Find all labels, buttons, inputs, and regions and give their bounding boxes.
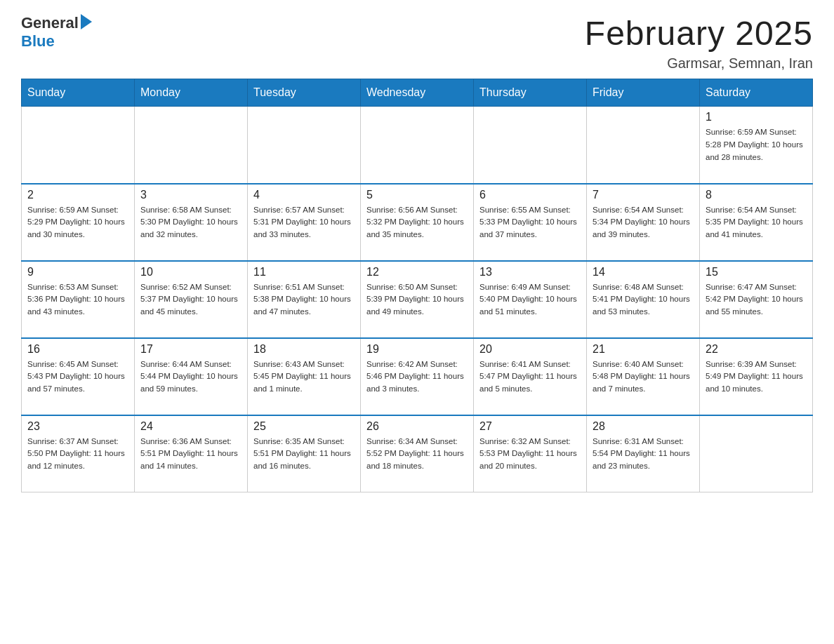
day-info: Sunrise: 6:48 AM Sunset: 5:41 PM Dayligh… [593, 281, 694, 318]
day-info: Sunrise: 6:49 AM Sunset: 5:40 PM Dayligh… [479, 281, 581, 318]
day-number: 6 [479, 189, 581, 201]
calendar-week-row: 16Sunrise: 6:45 AM Sunset: 5:43 PM Dayli… [22, 338, 813, 415]
calendar-day-cell: 24Sunrise: 6:36 AM Sunset: 5:51 PM Dayli… [135, 415, 248, 492]
day-number: 19 [366, 343, 468, 356]
day-header-monday: Monday [135, 79, 248, 107]
day-info: Sunrise: 6:34 AM Sunset: 5:52 PM Dayligh… [366, 436, 468, 473]
day-number: 7 [593, 189, 694, 201]
day-number: 1 [706, 111, 807, 123]
day-info: Sunrise: 6:52 AM Sunset: 5:37 PM Dayligh… [140, 281, 241, 318]
location: Garmsar, Semnan, Iran [585, 55, 813, 72]
day-info: Sunrise: 6:58 AM Sunset: 5:30 PM Dayligh… [140, 204, 241, 241]
day-header-saturday: Saturday [700, 79, 813, 107]
calendar-day-cell: 26Sunrise: 6:34 AM Sunset: 5:52 PM Dayli… [361, 415, 474, 492]
day-number: 22 [706, 343, 807, 356]
calendar-day-cell: 1Sunrise: 6:59 AM Sunset: 5:28 PM Daylig… [700, 107, 813, 184]
day-number: 23 [27, 420, 128, 433]
day-header-wednesday: Wednesday [361, 79, 474, 107]
calendar-day-cell: 4Sunrise: 6:57 AM Sunset: 5:31 PM Daylig… [248, 184, 361, 261]
day-info: Sunrise: 6:45 AM Sunset: 5:43 PM Dayligh… [27, 358, 128, 396]
day-header-sunday: Sunday [22, 79, 135, 107]
day-number: 25 [253, 420, 355, 433]
logo: General Blue [21, 14, 92, 51]
day-info: Sunrise: 6:43 AM Sunset: 5:45 PM Dayligh… [253, 358, 355, 396]
day-number: 27 [479, 420, 581, 433]
calendar-day-cell [587, 107, 700, 184]
month-title: February 2025 [585, 14, 813, 53]
calendar-table: SundayMondayTuesdayWednesdayThursdayFrid… [21, 79, 813, 492]
day-number: 28 [593, 420, 694, 433]
day-info: Sunrise: 6:32 AM Sunset: 5:53 PM Dayligh… [479, 436, 581, 473]
day-info: Sunrise: 6:47 AM Sunset: 5:42 PM Dayligh… [706, 281, 807, 318]
day-info: Sunrise: 6:39 AM Sunset: 5:49 PM Dayligh… [706, 358, 807, 396]
day-info: Sunrise: 6:41 AM Sunset: 5:47 PM Dayligh… [479, 358, 581, 396]
day-header-thursday: Thursday [474, 79, 587, 107]
calendar-day-cell: 3Sunrise: 6:58 AM Sunset: 5:30 PM Daylig… [135, 184, 248, 261]
calendar-day-cell: 19Sunrise: 6:42 AM Sunset: 5:46 PM Dayli… [361, 338, 474, 415]
calendar-day-cell [700, 415, 813, 492]
day-info: Sunrise: 6:40 AM Sunset: 5:48 PM Dayligh… [593, 358, 694, 396]
day-number: 20 [479, 343, 581, 356]
calendar-week-row: 2Sunrise: 6:59 AM Sunset: 5:29 PM Daylig… [22, 184, 813, 261]
day-info: Sunrise: 6:42 AM Sunset: 5:46 PM Dayligh… [366, 358, 468, 396]
logo-blue: Blue [21, 32, 55, 50]
calendar-day-cell: 23Sunrise: 6:37 AM Sunset: 5:50 PM Dayli… [22, 415, 135, 492]
calendar-day-cell [248, 107, 361, 184]
calendar-day-cell: 20Sunrise: 6:41 AM Sunset: 5:47 PM Dayli… [474, 338, 587, 415]
day-info: Sunrise: 6:54 AM Sunset: 5:34 PM Dayligh… [593, 204, 694, 241]
day-number: 3 [140, 189, 241, 201]
day-number: 14 [593, 266, 694, 279]
calendar-day-cell: 14Sunrise: 6:48 AM Sunset: 5:41 PM Dayli… [587, 261, 700, 338]
calendar-week-row: 1Sunrise: 6:59 AM Sunset: 5:28 PM Daylig… [22, 107, 813, 184]
day-number: 4 [253, 189, 355, 201]
day-info: Sunrise: 6:35 AM Sunset: 5:51 PM Dayligh… [253, 436, 355, 473]
day-header-tuesday: Tuesday [248, 79, 361, 107]
day-info: Sunrise: 6:55 AM Sunset: 5:33 PM Dayligh… [479, 204, 581, 241]
day-number: 8 [706, 189, 807, 201]
calendar-day-cell: 25Sunrise: 6:35 AM Sunset: 5:51 PM Dayli… [248, 415, 361, 492]
day-info: Sunrise: 6:57 AM Sunset: 5:31 PM Dayligh… [253, 204, 355, 241]
calendar-week-row: 23Sunrise: 6:37 AM Sunset: 5:50 PM Dayli… [22, 415, 813, 492]
day-number: 5 [366, 189, 468, 201]
day-number: 11 [253, 266, 355, 279]
day-info: Sunrise: 6:59 AM Sunset: 5:28 PM Dayligh… [706, 126, 807, 163]
day-info: Sunrise: 6:44 AM Sunset: 5:44 PM Dayligh… [140, 358, 241, 396]
day-number: 21 [593, 343, 694, 356]
page-header: General Blue February 2025 Garmsar, Semn… [21, 14, 813, 72]
calendar-day-cell: 8Sunrise: 6:54 AM Sunset: 5:35 PM Daylig… [700, 184, 813, 261]
calendar-day-cell: 13Sunrise: 6:49 AM Sunset: 5:40 PM Dayli… [474, 261, 587, 338]
day-number: 12 [366, 266, 468, 279]
calendar-day-cell: 12Sunrise: 6:50 AM Sunset: 5:39 PM Dayli… [361, 261, 474, 338]
calendar-day-cell: 28Sunrise: 6:31 AM Sunset: 5:54 PM Dayli… [587, 415, 700, 492]
calendar-day-cell [361, 107, 474, 184]
day-number: 26 [366, 420, 468, 433]
day-info: Sunrise: 6:56 AM Sunset: 5:32 PM Dayligh… [366, 204, 468, 241]
day-number: 2 [27, 189, 128, 201]
calendar-day-cell: 7Sunrise: 6:54 AM Sunset: 5:34 PM Daylig… [587, 184, 700, 261]
calendar-day-cell: 15Sunrise: 6:47 AM Sunset: 5:42 PM Dayli… [700, 261, 813, 338]
day-info: Sunrise: 6:36 AM Sunset: 5:51 PM Dayligh… [140, 436, 241, 473]
day-number: 10 [140, 266, 241, 279]
logo-general: General [21, 14, 79, 32]
day-info: Sunrise: 6:51 AM Sunset: 5:38 PM Dayligh… [253, 281, 355, 318]
title-section: February 2025 Garmsar, Semnan, Iran [585, 14, 813, 72]
calendar-day-cell [474, 107, 587, 184]
day-info: Sunrise: 6:50 AM Sunset: 5:39 PM Dayligh… [366, 281, 468, 318]
calendar-day-cell: 2Sunrise: 6:59 AM Sunset: 5:29 PM Daylig… [22, 184, 135, 261]
calendar-day-cell: 6Sunrise: 6:55 AM Sunset: 5:33 PM Daylig… [474, 184, 587, 261]
calendar-day-cell: 22Sunrise: 6:39 AM Sunset: 5:49 PM Dayli… [700, 338, 813, 415]
calendar-week-row: 9Sunrise: 6:53 AM Sunset: 5:36 PM Daylig… [22, 261, 813, 338]
calendar-day-cell: 5Sunrise: 6:56 AM Sunset: 5:32 PM Daylig… [361, 184, 474, 261]
calendar-day-cell: 17Sunrise: 6:44 AM Sunset: 5:44 PM Dayli… [135, 338, 248, 415]
day-number: 15 [706, 266, 807, 279]
calendar-header-row: SundayMondayTuesdayWednesdayThursdayFrid… [22, 79, 813, 107]
calendar-day-cell: 18Sunrise: 6:43 AM Sunset: 5:45 PM Dayli… [248, 338, 361, 415]
day-info: Sunrise: 6:31 AM Sunset: 5:54 PM Dayligh… [593, 436, 694, 473]
logo-arrow-icon [81, 14, 92, 29]
calendar-day-cell: 10Sunrise: 6:52 AM Sunset: 5:37 PM Dayli… [135, 261, 248, 338]
calendar-day-cell [135, 107, 248, 184]
day-number: 24 [140, 420, 241, 433]
calendar-day-cell: 9Sunrise: 6:53 AM Sunset: 5:36 PM Daylig… [22, 261, 135, 338]
day-number: 17 [140, 343, 241, 356]
day-number: 13 [479, 266, 581, 279]
